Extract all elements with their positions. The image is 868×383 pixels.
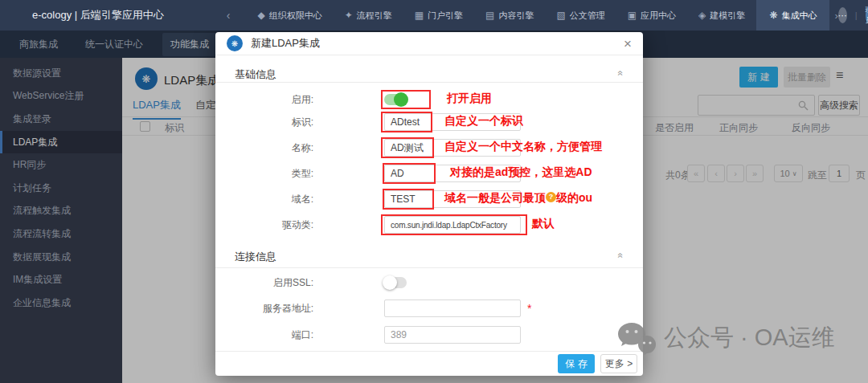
form-row-server: 服务器地址: * <box>215 299 643 318</box>
top-nav-item-integration-center[interactable]: ❋ 集成中心 <box>756 0 829 31</box>
field-label: 类型: <box>215 167 313 181</box>
workflow-icon: ✦ <box>345 10 353 21</box>
more-options-icon[interactable]: ⋯ <box>838 7 847 23</box>
top-nav-label: 门户引擎 <box>428 10 463 22</box>
server-address-input[interactable] <box>384 299 521 317</box>
portal-grid-icon: ▦ <box>415 10 424 21</box>
top-right-cluster: ⋯ | 理员 系统管理员 ∨ <box>838 0 868 36</box>
watermark: 公众号 · OA运维 <box>617 321 835 355</box>
top-nav-label: 应用中心 <box>641 10 676 22</box>
top-nav-item-content-engine[interactable]: ▤ 内容引擎 <box>485 0 534 31</box>
divider <box>215 267 643 268</box>
divider: | <box>855 10 858 20</box>
section-connection-info: 连接信息 <box>235 250 276 264</box>
enable-toggle[interactable] <box>384 94 407 105</box>
required-asterisk: * <box>527 302 531 315</box>
top-nav-item-workflow-engine[interactable]: ✦ 流程引擎 <box>345 0 392 31</box>
close-icon[interactable]: × <box>624 37 632 51</box>
top-nav-item-modeling-engine[interactable]: ◈ 建模引擎 <box>698 0 745 31</box>
top-nav-item-app-center[interactable]: ▣ 应用中心 <box>628 0 676 31</box>
document-icon: ▤ <box>485 10 494 21</box>
ssl-toggle[interactable] <box>384 277 407 288</box>
top-nav-bar: e-cology | 后端引擎应用中心 ‹ ◆ 组织权限中心 ✦ 流程引擎 ▦ … <box>0 0 868 31</box>
save-button[interactable]: 保 存 <box>558 354 595 373</box>
annotation-identifier: 自定义一个标识 <box>444 114 523 128</box>
top-nav-label: 建模引擎 <box>710 10 745 22</box>
top-nav-item-official-doc[interactable]: ▧ 公文管理 <box>556 0 604 31</box>
help-icon: ? <box>546 192 556 202</box>
top-nav-item-org-permission[interactable]: ◆ 组织权限中心 <box>257 0 321 31</box>
apps-grid-icon: ▣ <box>628 10 637 21</box>
form-row-ssl: 启用SSL: <box>215 273 643 292</box>
form-row-type: 类型: AD 对接的是ad预控，这里选AD <box>215 164 643 183</box>
field-label: 启用SSL: <box>215 276 313 290</box>
field-label: 标识: <box>215 116 313 129</box>
top-nav-label: 流程引擎 <box>357 10 392 22</box>
top-nav-item-portal-engine[interactable]: ▦ 门户引擎 <box>415 0 463 31</box>
driver-class-input[interactable]: com.sun.jndi.ldap.LdapCtxFactory <box>384 216 521 234</box>
nav-back-chevron-icon[interactable]: ‹ <box>227 9 231 22</box>
integration-snowflake-icon: ❋ <box>227 35 243 51</box>
annotation-type: 对接的是ad预控，这里选AD <box>450 165 592 180</box>
shield-icon: ◆ <box>257 10 264 21</box>
form-row-driver: 驱动类: com.sun.jndi.ldap.LdapCtxFactory 默认 <box>215 215 643 234</box>
annotation-domain: 域名一般是公司最顶?级的ou <box>444 191 592 206</box>
collapse-chevron-icon[interactable]: « <box>616 253 627 259</box>
annotation-enable: 打开启用 <box>447 92 492 106</box>
top-nav-items: ◆ 组织权限中心 ✦ 流程引擎 ▦ 门户引擎 ▤ 内容引擎 ▧ 公文管理 ▣ 应… <box>246 0 829 31</box>
form-row-port: 端口: 389 <box>215 325 643 344</box>
top-nav-label: 组织权限中心 <box>269 10 322 22</box>
top-nav-label: 集成中心 <box>781 10 817 22</box>
form-row-domain: 域名: TEST 域名一般是公司最顶?级的ou <box>215 189 643 209</box>
port-input[interactable]: 389 <box>384 326 521 344</box>
form-row-identifier: 标识: ADtest 自定义一个标识 <box>215 112 643 132</box>
watermark-text: 公众号 · OA运维 <box>664 322 835 354</box>
field-label: 端口: <box>215 328 313 342</box>
annotation-driver: 默认 <box>532 217 555 231</box>
divider <box>215 351 643 352</box>
field-label: 名称: <box>215 141 313 155</box>
toggle-knob <box>383 275 397 290</box>
field-label: 驱动类: <box>215 218 313 232</box>
integration-snowflake-icon: ❋ <box>769 10 777 21</box>
field-label: 域名: <box>215 193 313 206</box>
form-row-enable: 启用: 打开启用 <box>215 90 643 109</box>
wechat-icon <box>617 321 657 355</box>
more-button[interactable]: 更多 > <box>600 354 637 373</box>
document-icon: ▧ <box>556 10 565 21</box>
field-label: 启用: <box>215 93 313 107</box>
form-row-name: 名称: AD测试 自定义一个中文名称，方便管理 <box>215 138 643 157</box>
new-ldap-modal: ❋ 新建LDAP集成 × 基础信息 « 启用: 打开启用 标识: ADtest … <box>215 32 643 376</box>
modal-title: 新建LDAP集成 <box>251 36 320 51</box>
avatar[interactable]: 理员 <box>866 6 868 25</box>
cube-icon: ◈ <box>698 10 706 21</box>
annotation-name: 自定义一个中文名称，方便管理 <box>444 140 602 154</box>
collapse-chevron-icon[interactable]: « <box>616 71 627 76</box>
app-brand: e-cology | 后端引擎应用中心 <box>32 8 164 22</box>
field-label: 服务器地址: <box>215 302 313 316</box>
divider <box>215 82 643 83</box>
top-nav-label: 内容引擎 <box>498 10 534 22</box>
section-basic-info: 基础信息 <box>235 67 276 82</box>
toggle-knob <box>394 92 408 107</box>
top-nav-label: 公文管理 <box>570 10 605 22</box>
modal-header: ❋ 新建LDAP集成 × <box>215 32 643 55</box>
